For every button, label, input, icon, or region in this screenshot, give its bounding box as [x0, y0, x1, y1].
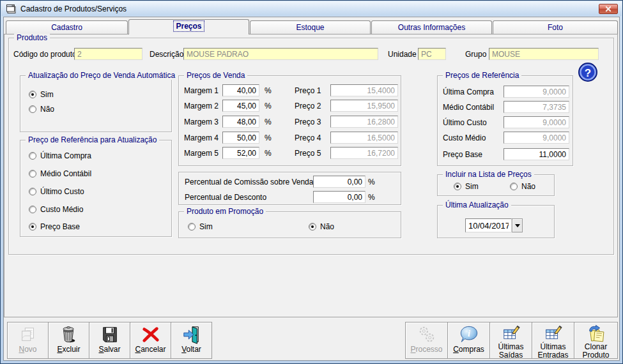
comissao-percent: %	[368, 178, 375, 186]
ref-medio-contabil-label: Médio Contábil	[443, 103, 494, 112]
margem-3-label: Margem 3	[184, 118, 219, 126]
red-x-icon	[141, 322, 160, 345]
trash-icon	[59, 322, 79, 345]
codigo-produto-field[interactable]	[74, 48, 142, 60]
voltar-button[interactable]: Voltar	[171, 322, 212, 359]
ref-preco-base-field[interactable]	[504, 148, 569, 160]
margem-4-field[interactable]	[222, 132, 259, 144]
margem-4-percent: %	[265, 133, 272, 142]
data-atualizacao-value[interactable]	[465, 218, 512, 232]
form-window-icon[interactable]	[6, 4, 17, 14]
preco-3-label: Preço 3	[295, 118, 321, 126]
clonar-produto-button[interactable]: Clonar Produto	[574, 322, 618, 359]
radio-incluir-sim-label[interactable]: Sim	[465, 182, 479, 191]
table-edit-icon	[502, 322, 521, 343]
salvar-button[interactable]: Salvar	[89, 322, 130, 359]
margem-2-field[interactable]	[222, 100, 259, 112]
radio-incluir-sim[interactable]	[454, 183, 461, 190]
ref-ultima-compra-field	[504, 86, 569, 98]
desconto-label: Percentual de Desconto	[185, 193, 266, 202]
preco-4-field	[330, 132, 398, 144]
radio-custo-medio-label[interactable]: Custo Médio	[40, 205, 83, 214]
grupo-field[interactable]	[489, 48, 599, 60]
exit-door-icon	[182, 322, 201, 345]
margem-2-label: Margem 2	[184, 102, 219, 110]
radio-promocao-nao-label[interactable]: Não	[320, 222, 334, 231]
margem-1-field[interactable]	[222, 84, 259, 96]
margem-5-field[interactable]	[222, 147, 259, 159]
compras-button[interactable]: i Compras	[447, 322, 490, 359]
preco-3-field	[330, 116, 398, 128]
radio-preco-base[interactable]	[29, 223, 36, 231]
toolbar-left: Novo Excluir	[7, 322, 213, 359]
desconto-percent: %	[368, 193, 375, 202]
radio-atualizacao-sim-label[interactable]: Sim	[40, 90, 54, 99]
radio-promocao-nao[interactable]	[309, 223, 316, 231]
tab-foto[interactable]: Foto	[493, 20, 618, 34]
radio-atualizacao-nao[interactable]	[29, 105, 36, 113]
preco-2-field	[330, 100, 398, 112]
margem-3-percent: %	[265, 118, 272, 126]
radio-incluir-nao-label[interactable]: Não	[521, 182, 535, 191]
processo-button: Processo	[405, 322, 448, 359]
data-atualizacao-combobox[interactable]	[465, 218, 523, 232]
radio-ultima-compra[interactable]	[29, 152, 36, 160]
codigo-produto-label: Código do produto	[13, 50, 77, 59]
radio-medio-contabil-label[interactable]: Médio Contábil	[40, 169, 91, 178]
margem-5-label: Margem 5	[184, 149, 219, 158]
ref-ultimo-custo-label: Último Custo	[443, 118, 487, 127]
radio-promocao-sim[interactable]	[188, 223, 196, 231]
floppy-disk-icon	[100, 322, 119, 345]
ref-medio-contabil-field	[504, 101, 569, 113]
new-document-icon	[19, 322, 38, 345]
radio-atualizacao-sim[interactable]	[29, 91, 36, 98]
table-edit-icon	[544, 322, 563, 343]
margem-1-percent: %	[265, 86, 272, 95]
preco-2-label: Preço 2	[295, 102, 321, 110]
dropdown-button[interactable]	[512, 218, 523, 232]
ultimas-saidas-button[interactable]: Últimas Saídas	[489, 322, 532, 359]
svg-text:i: i	[468, 328, 470, 338]
margem-4-label: Margem 4	[184, 133, 219, 142]
ref-preco-base-label: Preço Base	[443, 150, 482, 159]
ref-ultima-compra-label: Última Compra	[443, 87, 494, 96]
preco-5-label: Preço 5	[295, 149, 321, 158]
gears-icon	[417, 322, 436, 345]
radio-ultimo-custo-label[interactable]: Último Custo	[40, 187, 84, 196]
ref-custo-medio-label: Custo Médio	[443, 133, 486, 142]
clone-documents-icon	[587, 322, 606, 343]
unidade-label: Unidade	[388, 50, 417, 59]
excluir-button[interactable]: Excluir	[48, 322, 89, 359]
tab-cadastro[interactable]: Cadastro	[6, 20, 128, 34]
radio-atualizacao-nao-label[interactable]: Não	[40, 105, 54, 114]
comissao-label: Percentual de Comissão sobre Vendas	[185, 178, 317, 186]
radio-promocao-sim-label[interactable]: Sim	[199, 222, 213, 231]
tab-precos[interactable]: Preços	[128, 19, 249, 34]
preco-4-label: Preço 4	[295, 133, 321, 142]
margem-3-field[interactable]	[222, 116, 259, 128]
radio-incluir-nao[interactable]	[510, 183, 518, 190]
ref-custo-medio-field	[504, 132, 569, 144]
close-icon[interactable]	[599, 4, 618, 14]
radio-ultima-compra-label[interactable]: Última Compra	[40, 151, 91, 160]
tab-outras-informacoes[interactable]: Outras Informações	[371, 20, 492, 34]
margem-1-label: Margem 1	[184, 86, 219, 95]
titlebar[interactable]: Cadastro de Produtos/Serviços	[1, 1, 622, 16]
svg-text:?: ?	[585, 67, 591, 79]
radio-ultimo-custo[interactable]	[29, 188, 36, 195]
radio-custo-medio[interactable]	[29, 206, 36, 213]
grupo-label: Grupo	[465, 50, 486, 59]
comissao-field[interactable]	[313, 176, 365, 188]
novo-button: Novo	[7, 322, 49, 359]
radio-medio-contabil[interactable]	[29, 170, 36, 178]
unidade-field[interactable]	[418, 48, 446, 60]
cancelar-button[interactable]: Cancelar	[130, 322, 171, 359]
toolbar-right: Processo i Compras	[405, 322, 620, 359]
info-bubble-icon: i	[459, 322, 479, 345]
help-icon[interactable]: ?	[578, 62, 598, 82]
radio-preco-base-label[interactable]: Preço Base	[40, 222, 80, 231]
tab-estoque[interactable]: Estoque	[250, 20, 371, 34]
descricao-field[interactable]	[183, 48, 378, 60]
desconto-field[interactable]	[313, 191, 365, 203]
ultimas-entradas-button[interactable]: Últimas Entradas	[532, 322, 574, 359]
